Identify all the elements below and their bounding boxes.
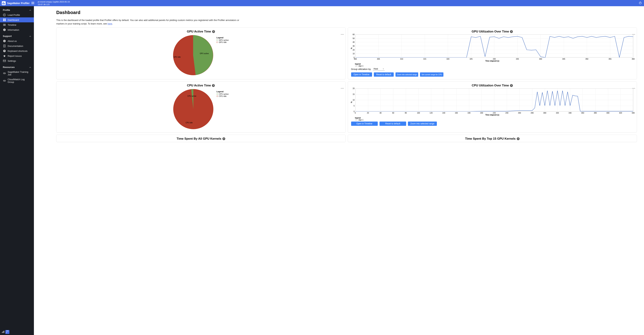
reset-default-button[interactable]: Reset to default bbox=[380, 122, 406, 126]
sidebar-item-load-profile[interactable]: Load Profile bbox=[0, 12, 34, 17]
menu-icon[interactable] bbox=[32, 1, 34, 5]
document-icon bbox=[3, 44, 6, 47]
bug-icon bbox=[3, 54, 6, 57]
help-icon[interactable]: ? bbox=[510, 30, 513, 33]
help-icon[interactable]: ? bbox=[517, 137, 520, 140]
sidebar-section-resources[interactable]: Resources bbox=[0, 63, 34, 69]
sidebar-item-about[interactable]: i About us bbox=[0, 38, 34, 43]
x-axis-label: Time elapsed (s) bbox=[350, 60, 634, 62]
gpu-line-chart[interactable]: 3003053103153203253303353403453503553600… bbox=[355, 34, 633, 57]
cpu-line-chart[interactable]: 0204060801001201401601802002202402602803… bbox=[355, 88, 633, 111]
group-by-select[interactable]: Host ▼ bbox=[373, 68, 385, 71]
subtitle-text: This is the dashboard of the loaded prof… bbox=[56, 19, 239, 25]
open-timeline-button[interactable]: Open in Timeline bbox=[351, 72, 372, 77]
x-tick-label: 360 bbox=[632, 58, 635, 60]
sidebar-item-training-job[interactable]: SageMaker Training Job bbox=[0, 69, 34, 77]
sidebar-item-keyboard[interactable]: ? Keyboard shortcuts bbox=[0, 48, 34, 53]
sidebar-footer: DB 0 bbox=[0, 329, 34, 335]
zoom-range-button[interactable]: Zoom into selected range bbox=[408, 122, 437, 126]
panel-cpu-util: CPU Utilization Over Time ? ••• % 020406… bbox=[348, 81, 637, 133]
y-axis-label: % bbox=[350, 101, 352, 103]
reset-default-button[interactable]: Reset to default bbox=[374, 72, 394, 77]
set-cpu-range-button[interactable]: Set current range for CPU bbox=[420, 72, 444, 77]
link-icon bbox=[3, 72, 6, 75]
legend-swatch-icon bbox=[216, 41, 218, 43]
x-tick-label: 100 bbox=[417, 112, 420, 114]
x-tick-label: 240 bbox=[505, 112, 508, 114]
svg-marker-9 bbox=[4, 14, 5, 15]
chevron-up-icon bbox=[29, 9, 31, 11]
x-tick-label: 340 bbox=[539, 58, 542, 60]
x-tick-label: 0 bbox=[355, 112, 356, 114]
svg-rect-2 bbox=[4, 3, 5, 4]
subtitle-suffix: . bbox=[112, 22, 113, 25]
panel-gpu-kernels: Time Spent By All GPU Kernels ? bbox=[56, 135, 346, 142]
y-tick-label: 15 bbox=[351, 93, 355, 95]
gpu-pie-chart: GPU active GPU idle bbox=[173, 35, 213, 75]
sidebar-item-dashboard[interactable]: Dashboard bbox=[0, 17, 34, 22]
panel-title: Time Spent By Top 15 GPU Kernels ? bbox=[350, 137, 634, 141]
sidebar-item-information[interactable]: i Information bbox=[0, 27, 34, 32]
chart-icon[interactable] bbox=[2, 331, 4, 334]
help-icon[interactable]: ? bbox=[510, 84, 513, 87]
sidebar-item-label: Timeline bbox=[8, 23, 16, 26]
pie-label-idle: CPU idle bbox=[186, 122, 192, 124]
legend-item: CPU active bbox=[219, 93, 229, 95]
db-badge[interactable]: DB 0 bbox=[5, 330, 10, 334]
zoom-range-button[interactable]: Zoom into selected range bbox=[396, 72, 418, 77]
series-line-icon bbox=[355, 66, 358, 66]
sidebar-item-label: Documentation bbox=[8, 45, 23, 47]
x-tick-label: 400 bbox=[606, 112, 610, 114]
sidebar-section-title: Support bbox=[3, 35, 12, 37]
panel-menu-icon[interactable]: ••• bbox=[341, 33, 344, 36]
info-icon: i bbox=[3, 39, 6, 42]
sidebar-item-label: Dashboard bbox=[8, 19, 19, 21]
power-icon[interactable] bbox=[639, 1, 642, 5]
sidebar-item-label: Settings bbox=[8, 60, 16, 62]
help-icon[interactable]: ? bbox=[212, 84, 215, 87]
y-tick-label: 20 bbox=[351, 87, 355, 89]
sidebar-section-profile[interactable]: Profile bbox=[0, 6, 34, 12]
help-icon: ? bbox=[3, 49, 6, 52]
panel-title: CPU Active Time ? bbox=[59, 84, 343, 87]
chevron-up-icon bbox=[29, 66, 31, 68]
link-icon bbox=[3, 79, 6, 82]
x-tick-label: 320 bbox=[446, 58, 450, 60]
series-name: algo-1 bbox=[358, 65, 364, 67]
help-icon[interactable]: ? bbox=[212, 30, 215, 33]
x-tick-label: 160 bbox=[455, 112, 458, 114]
x-tick-label: 300 bbox=[543, 112, 546, 114]
y-tick-label: 10 bbox=[351, 53, 355, 55]
svg-rect-1 bbox=[3, 2, 4, 4]
panel-gpu-util: GPU Utilization Over Time ? ••• % 300305… bbox=[348, 27, 637, 79]
legend-swatch-icon bbox=[216, 39, 218, 41]
y-tick-label: 30 bbox=[351, 45, 355, 47]
sidebar-item-timeline[interactable]: Timeline bbox=[0, 22, 34, 27]
sidebar: Profile Load Profile Dashboard Timeline … bbox=[0, 6, 34, 335]
pie-legend: Legend CPU active CPU idle bbox=[216, 90, 229, 97]
sidebar-item-documentation[interactable]: Documentation bbox=[0, 43, 34, 48]
panel-menu-icon[interactable]: ••• bbox=[341, 87, 344, 90]
sidebar-item-report[interactable]: Report issuus bbox=[0, 53, 34, 58]
x-tick-label: 20 bbox=[367, 112, 369, 114]
legend-title: legend bbox=[355, 117, 634, 119]
learn-more-link[interactable]: here bbox=[108, 22, 112, 25]
series-line-icon bbox=[355, 120, 358, 120]
sidebar-section-support[interactable]: Support bbox=[0, 32, 34, 38]
sidebar-item-settings[interactable]: Settings bbox=[0, 58, 34, 63]
legend-swatch-icon bbox=[216, 95, 218, 97]
svg-rect-10 bbox=[3, 19, 4, 20]
x-tick-label: 315 bbox=[423, 58, 426, 60]
svg-rect-32 bbox=[3, 331, 3, 333]
x-tick-label: 335 bbox=[516, 58, 519, 60]
x-tick-label: 380 bbox=[594, 112, 597, 114]
open-timeline-button[interactable]: Open in Timeline bbox=[351, 122, 378, 126]
sidebar-section-title: Resources bbox=[3, 66, 14, 68]
help-icon[interactable]: ? bbox=[222, 137, 225, 140]
svg-text:i: i bbox=[4, 29, 4, 31]
legend-item: GPU active bbox=[219, 39, 229, 41]
panel-title-text: GPU Utilization Over Time bbox=[472, 30, 509, 33]
x-tick-label: 420 bbox=[619, 112, 622, 114]
panel-title-text: Time Spent By All GPU Kernels bbox=[176, 137, 221, 141]
sidebar-item-cloudwatch[interactable]: CloudWatch Log Group bbox=[0, 77, 34, 84]
